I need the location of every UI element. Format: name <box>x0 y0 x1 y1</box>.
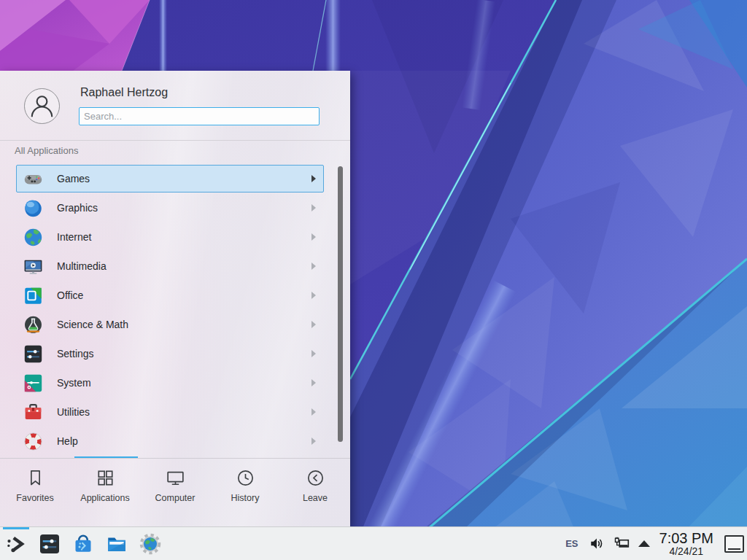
tray-icons <box>589 535 638 552</box>
menu-category-label: Games <box>57 173 90 184</box>
chevron-right-icon <box>311 233 316 241</box>
section-label: All Applications <box>15 145 78 156</box>
menu-category-settings[interactable]: Settings <box>16 340 324 368</box>
clock-date: 4/24/21 <box>669 546 703 557</box>
menu-category-label: Internet <box>57 231 91 243</box>
chevron-right-icon <box>311 321 316 328</box>
chevron-right-icon <box>311 438 316 445</box>
office-icon <box>23 286 43 306</box>
chevron-right-icon <box>311 292 316 299</box>
tab-leave[interactable]: Leave <box>280 459 350 526</box>
application-launcher-menu: Raphael Hertzog All Applications GamesGr… <box>0 71 350 526</box>
tab-bar: FavoritesApplicationsComputerHistoryLeav… <box>0 459 350 526</box>
taskbar-dolphin-file-manager[interactable] <box>105 532 128 556</box>
help-icon <box>23 432 43 451</box>
games-icon <box>23 169 43 189</box>
menu-category-graphics[interactable]: Graphics <box>16 194 324 222</box>
system-icon <box>23 373 43 393</box>
tab-label: Favorites <box>16 493 53 503</box>
volume-icon[interactable] <box>589 535 605 552</box>
tab-label: History <box>231 493 260 503</box>
taskbar-launchers <box>4 527 162 560</box>
taskbar: ES 7:03 PM 4/24/21 <box>0 526 747 560</box>
tab-computer[interactable]: Computer <box>140 459 210 526</box>
chevron-right-icon <box>311 350 316 357</box>
chevron-right-icon <box>311 262 316 270</box>
chevron-right-icon <box>311 408 316 416</box>
taskbar-system-settings[interactable] <box>38 532 61 556</box>
menu-category-label: Graphics <box>57 202 98 214</box>
app-category-list: GamesGraphicsInternetMultimediaOfficeSci… <box>0 163 333 456</box>
menu-category-label: Utilities <box>57 406 90 418</box>
leave-icon <box>306 468 325 488</box>
launcher-header: Raphael Hertzog <box>0 71 350 141</box>
digital-clock[interactable]: 7:03 PM 4/24/21 <box>659 531 713 557</box>
chevron-right-icon <box>311 204 316 211</box>
taskbar-application-launcher[interactable] <box>4 532 28 556</box>
tab-label: Computer <box>155 493 196 503</box>
menu-category-utilities[interactable]: Utilities <box>16 398 324 426</box>
search-input[interactable] <box>79 107 320 125</box>
multimedia-icon <box>23 257 43 276</box>
chevron-right-icon <box>311 379 316 386</box>
menu-category-label: Help <box>57 435 78 447</box>
menu-category-label: Science & Math <box>57 319 128 330</box>
tab-history[interactable]: History <box>210 459 280 526</box>
tab-label: Applications <box>80 493 129 503</box>
show-desktop-button[interactable] <box>724 535 744 553</box>
applications-icon <box>96 468 115 488</box>
menu-category-label: Settings <box>57 348 94 359</box>
menu-category-label: Multimedia <box>57 260 107 272</box>
favorites-icon <box>26 468 45 488</box>
clock-time: 7:03 PM <box>659 531 713 546</box>
menu-category-office[interactable]: Office <box>16 281 324 309</box>
keyboard-layout-indicator[interactable]: ES <box>565 538 578 549</box>
chevron-right-icon <box>311 175 316 182</box>
user-avatar <box>24 88 60 124</box>
internet-icon <box>23 228 43 247</box>
menu-category-label: System <box>57 377 91 389</box>
settings-icon <box>23 344 43 364</box>
taskbar-konqueror-web-browser[interactable] <box>139 532 162 556</box>
menu-category-games[interactable]: Games <box>16 165 324 192</box>
scrollbar-handle[interactable] <box>338 166 343 442</box>
desktop: Raphael Hertzog All Applications GamesGr… <box>0 0 747 560</box>
menu-category-help[interactable]: Help <box>16 427 324 455</box>
science-icon <box>23 315 43 335</box>
user-name: Raphael Hertzog <box>80 86 168 99</box>
menu-category-multimedia[interactable]: Multimedia <box>16 252 324 280</box>
menu-category-science-math[interactable]: Science & Math <box>16 311 324 338</box>
computer-icon <box>166 468 185 488</box>
menu-category-label: Office <box>57 289 83 301</box>
history-icon <box>236 468 255 488</box>
graphics-icon <box>23 198 43 218</box>
wired-network-icon[interactable] <box>614 535 630 552</box>
utilities-icon <box>23 402 43 422</box>
tab-label: Leave <box>303 493 328 503</box>
system-tray: ES 7:03 PM 4/24/21 <box>565 527 747 560</box>
tab-favorites[interactable]: Favorites <box>0 459 70 526</box>
tab-applications[interactable]: Applications <box>70 459 140 526</box>
taskbar-discover-software-center[interactable] <box>71 532 95 556</box>
expand-tray-arrow-icon[interactable] <box>638 540 650 547</box>
menu-category-system[interactable]: System <box>16 369 324 397</box>
menu-category-internet[interactable]: Internet <box>16 223 324 251</box>
